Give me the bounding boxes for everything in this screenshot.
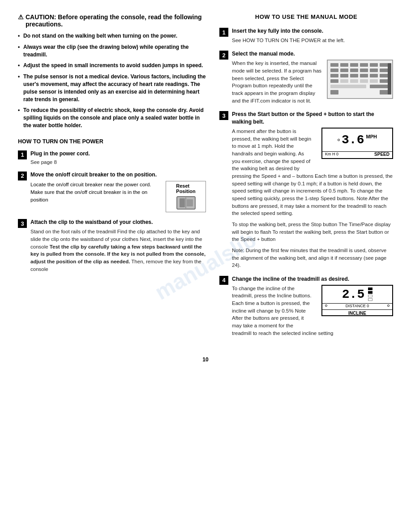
manual-step-2-body-container: When the key is inserted, the manual mod… — [232, 60, 393, 104]
console-display-svg — [327, 60, 393, 99]
incline-seg-2 — [368, 291, 372, 294]
speed-display-container: 3.6 MPH Km H 0 SPEED — [317, 128, 393, 163]
reset-diagram: ResetPosition — [166, 181, 206, 212]
power-step-1: 1 Plug in the power cord. See page 8 — [18, 150, 206, 165]
reset-label: ResetPosition — [176, 183, 195, 194]
reset-box-container: Locate the on/off circuit breaker near t… — [30, 181, 206, 212]
power-step-2: 2 Move the on/off circuit breaker to the… — [18, 171, 206, 213]
svg-rect-19 — [350, 74, 358, 77]
power-step-3: 3 Attach the clip to the waistband of yo… — [18, 219, 206, 273]
svg-rect-1 — [180, 198, 185, 207]
power-step-2-content: Move the on/off circuit breaker to the o… — [30, 171, 206, 213]
incline-dot-right — [387, 305, 390, 307]
incline-bar — [368, 287, 372, 301]
power-step-2-title: Move the on/off circuit breaker to the o… — [30, 171, 206, 179]
svg-rect-20 — [360, 74, 368, 77]
power-step-1-number: 1 — [18, 150, 27, 159]
manual-step-1-content: Insert the key fully into the console. S… — [232, 27, 393, 44]
speed-display: 3.6 MPH Km H 0 SPEED — [321, 128, 393, 159]
svg-rect-7 — [350, 63, 358, 67]
power-step-3-title: Attach the clip to the waistband of your… — [30, 219, 206, 226]
caution-item-3: Adjust the speed in small increments to … — [18, 62, 206, 69]
manual-step-1-title: Insert the key fully into the console. — [232, 27, 393, 35]
caution-title-text: CAUTION: Before operating the console, r… — [26, 13, 206, 28]
manual-step-2-content: Select the manual mode. — [232, 50, 393, 104]
svg-rect-31 — [330, 90, 338, 94]
caution-item-5: To reduce the possibility of electric sh… — [18, 107, 206, 129]
manual-step-2: 2 Select the manual mode. — [219, 50, 393, 104]
svg-rect-24 — [340, 79, 348, 83]
speed-km: Km H 0 — [325, 152, 338, 156]
manual-step-3-content: Press the Start button or the Speed + bu… — [232, 111, 393, 269]
speed-number: 3.6 — [342, 133, 364, 147]
svg-rect-10 — [380, 63, 389, 67]
svg-rect-18 — [340, 74, 348, 77]
manual-step-3-title: Press the Start button or the Speed + bu… — [232, 111, 393, 126]
incline-label: INCLINE — [322, 309, 392, 317]
svg-rect-14 — [360, 69, 368, 72]
console-display — [327, 60, 393, 100]
manual-step-1-number: 1 — [219, 28, 228, 37]
power-step-3-body: Stand on the foot rails of the treadmill… — [30, 228, 206, 273]
caution-list: Do not stand on the walking belt when tu… — [18, 32, 206, 129]
page-number: 10 — [18, 356, 393, 363]
svg-rect-22 — [380, 74, 389, 77]
incline-seg-3 — [368, 295, 372, 297]
speed-sub: Km H 0 SPEED — [322, 151, 392, 158]
page-container: ⚠ CAUTION: Before operating the console,… — [18, 13, 393, 343]
svg-rect-13 — [350, 69, 358, 72]
power-step-1-content: Plug in the power cord. See page 8 — [30, 150, 206, 165]
svg-rect-15 — [370, 69, 378, 72]
svg-rect-11 — [330, 69, 338, 72]
speed-dots-left — [338, 139, 340, 141]
speed-unit: MPH — [366, 134, 377, 139]
incline-distance-label: DISTANCE 0 — [346, 304, 369, 308]
incline-sub: DISTANCE 0 — [322, 303, 392, 309]
svg-rect-32 — [380, 90, 389, 94]
reset-box-text: Locate the on/off circuit breaker near t… — [30, 181, 161, 203]
speed-dot-1 — [338, 139, 340, 141]
svg-rect-16 — [380, 69, 389, 72]
manual-step-3-body-container: 3.6 MPH Km H 0 SPEED A moment after the … — [232, 128, 393, 269]
incline-display: 2.5 DISTANCE 0 — [321, 285, 393, 316]
svg-rect-12 — [340, 69, 348, 72]
caution-icon: ⚠ — [18, 13, 24, 21]
incline-number: 2.5 — [342, 287, 364, 301]
svg-rect-6 — [340, 63, 348, 67]
caution-section: ⚠ CAUTION: Before operating the console,… — [18, 13, 206, 129]
manual-step-1: 1 Insert the key fully into the console.… — [219, 27, 393, 44]
reset-diagram-svg — [176, 196, 196, 210]
caution-item-1: Do not stand on the walking belt when tu… — [18, 32, 206, 40]
svg-rect-23 — [330, 79, 338, 83]
svg-rect-5 — [330, 63, 338, 67]
left-column: ⚠ CAUTION: Before operating the console,… — [18, 13, 206, 343]
speed-label: SPEED — [374, 152, 390, 157]
manual-step-3-body-p2: To stop the walking belt, press the Stop… — [232, 221, 393, 243]
power-step-2-number: 2 — [18, 172, 27, 180]
svg-rect-9 — [370, 63, 378, 67]
right-column: HOW TO USE THE MANUAL MODE 1 Insert the … — [219, 13, 393, 343]
power-step-3-number: 3 — [18, 219, 27, 228]
caution-item-2: Always wear the clip (see the drawing be… — [18, 43, 206, 59]
svg-rect-17 — [330, 74, 338, 77]
svg-rect-29 — [330, 85, 366, 88]
caution-word: CAUTION: — [26, 13, 56, 21]
caution-item-4: The pulse sensor is not a medical device… — [18, 73, 206, 103]
svg-rect-8 — [360, 63, 368, 67]
svg-rect-25 — [350, 79, 358, 83]
power-step-1-note: See page 8 — [30, 159, 206, 165]
manual-step-4-content: Change the incline of the treadmill as d… — [232, 275, 393, 337]
manual-step-1-body: See HOW TO TURN ON THE POWER at the left… — [232, 37, 393, 44]
speed-display-main: 3.6 MPH — [322, 129, 392, 151]
manual-step-4-title: Change the incline of the treadmill as d… — [232, 275, 393, 283]
power-step-1-title: Plug in the power cord. — [30, 150, 206, 158]
svg-rect-21 — [370, 74, 378, 77]
power-step-3-content: Attach the clip to the waistband of your… — [30, 219, 206, 273]
svg-rect-33 — [388, 63, 391, 94]
svg-rect-28 — [380, 79, 389, 83]
manual-step-2-title: Select the manual mode. — [232, 50, 393, 58]
manual-step-4: 4 Change the incline of the treadmill as… — [219, 275, 393, 337]
manual-step-4-body-container: 2.5 DISTANCE 0 — [232, 285, 393, 337]
manual-step-3-body-p3: Note: During the first few minutes that … — [232, 247, 393, 269]
incline-seg-1 — [368, 287, 372, 290]
